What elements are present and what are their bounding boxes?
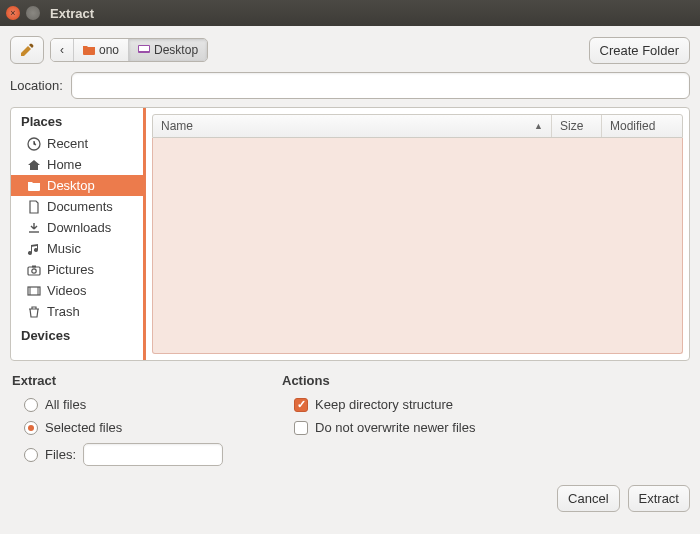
sidebar-section-devices: Devices xyxy=(11,322,145,347)
video-icon xyxy=(27,284,41,298)
sidebar-item-label: Documents xyxy=(47,199,113,214)
radio-label: All files xyxy=(45,397,86,412)
checkbox-icon xyxy=(294,398,308,412)
sidebar-item-videos[interactable]: Videos xyxy=(11,280,145,301)
sidebar-item-label: Downloads xyxy=(47,220,111,235)
desktop-folder-icon xyxy=(138,45,150,55)
extract-heading: Extract xyxy=(12,373,252,388)
sidebar-item-downloads[interactable]: Downloads xyxy=(11,217,145,238)
sidebar-item-label: Trash xyxy=(47,304,80,319)
svg-rect-5 xyxy=(32,265,36,267)
check-keep-directory[interactable]: Keep directory structure xyxy=(282,396,475,413)
sidebar-section-places: Places xyxy=(11,108,145,133)
location-label: Location: xyxy=(10,78,63,93)
folder-icon xyxy=(83,45,95,55)
location-row: Location: xyxy=(10,72,690,99)
breadcrumb-back[interactable]: ‹ xyxy=(51,39,74,61)
column-name[interactable]: Name ▲ xyxy=(153,115,552,137)
options-area: Extract All files Selected files Files: … xyxy=(10,369,690,471)
music-icon xyxy=(27,242,41,256)
checkbox-icon xyxy=(294,421,308,435)
column-modified[interactable]: Modified xyxy=(602,115,682,137)
radio-label: Files: xyxy=(45,447,76,462)
svg-rect-1 xyxy=(139,46,149,51)
column-label: Name xyxy=(161,119,193,133)
sidebar-item-label: Recent xyxy=(47,136,88,151)
actions-options: Actions Keep directory structure Do not … xyxy=(282,373,475,467)
sidebar-item-label: Desktop xyxy=(47,178,95,193)
download-icon xyxy=(27,221,41,235)
close-icon[interactable]: × xyxy=(6,6,20,20)
radio-all-files[interactable]: All files xyxy=(12,396,252,413)
file-list: Name ▲ Size Modified xyxy=(146,108,689,360)
places-sidebar: Places Recent Home Desktop Documents Dow… xyxy=(11,108,146,360)
sidebar-item-label: Home xyxy=(47,157,82,172)
radio-files-pattern[interactable]: Files: xyxy=(12,442,252,467)
column-headers: Name ▲ Size Modified xyxy=(152,114,683,138)
breadcrumb: ‹ ono Desktop xyxy=(50,38,208,62)
extract-button[interactable]: Extract xyxy=(628,485,690,512)
radio-selected-files[interactable]: Selected files xyxy=(12,419,252,436)
sidebar-item-desktop[interactable]: Desktop xyxy=(11,175,145,196)
breadcrumb-seg-ono[interactable]: ono xyxy=(74,39,129,61)
sidebar-item-music[interactable]: Music xyxy=(11,238,145,259)
cancel-button[interactable]: Cancel xyxy=(557,485,619,512)
camera-icon xyxy=(27,263,41,277)
document-icon xyxy=(27,200,41,214)
pencil-icon xyxy=(19,42,35,58)
check-label: Keep directory structure xyxy=(315,397,453,412)
file-browser: Places Recent Home Desktop Documents Dow… xyxy=(10,107,690,361)
svg-point-4 xyxy=(32,268,36,272)
sidebar-item-documents[interactable]: Documents xyxy=(11,196,145,217)
folder-icon xyxy=(27,179,41,193)
sidebar-item-trash[interactable]: Trash xyxy=(11,301,145,322)
sidebar-item-label: Pictures xyxy=(47,262,94,277)
check-label: Do not overwrite newer files xyxy=(315,420,475,435)
radio-label: Selected files xyxy=(45,420,122,435)
column-size[interactable]: Size xyxy=(552,115,602,137)
trash-icon xyxy=(27,305,41,319)
actions-heading: Actions xyxy=(282,373,475,388)
window-title: Extract xyxy=(50,6,94,21)
check-no-overwrite[interactable]: Do not overwrite newer files xyxy=(282,419,475,436)
titlebar: × Extract xyxy=(0,0,700,26)
dialog-footer: Cancel Extract xyxy=(10,479,690,512)
home-icon xyxy=(27,158,41,172)
sidebar-item-recent[interactable]: Recent xyxy=(11,133,145,154)
radio-icon xyxy=(24,448,38,462)
files-pattern-input[interactable] xyxy=(83,443,223,466)
breadcrumb-seg-desktop[interactable]: Desktop xyxy=(129,39,207,61)
radio-icon xyxy=(24,421,38,435)
edit-path-button[interactable] xyxy=(10,36,44,64)
toolbar: ‹ ono Desktop Create Folder xyxy=(10,36,690,64)
sidebar-item-label: Music xyxy=(47,241,81,256)
minimize-icon[interactable] xyxy=(26,6,40,20)
extract-options: Extract All files Selected files Files: xyxy=(12,373,252,467)
sort-asc-icon: ▲ xyxy=(534,121,543,131)
create-folder-button[interactable]: Create Folder xyxy=(589,37,690,64)
breadcrumb-label: ono xyxy=(99,43,119,57)
radio-icon xyxy=(24,398,38,412)
sidebar-item-pictures[interactable]: Pictures xyxy=(11,259,145,280)
location-input[interactable] xyxy=(71,72,690,99)
sidebar-item-home[interactable]: Home xyxy=(11,154,145,175)
clock-icon xyxy=(27,137,41,151)
breadcrumb-label: Desktop xyxy=(154,43,198,57)
file-list-body[interactable] xyxy=(152,138,683,354)
sidebar-item-label: Videos xyxy=(47,283,87,298)
